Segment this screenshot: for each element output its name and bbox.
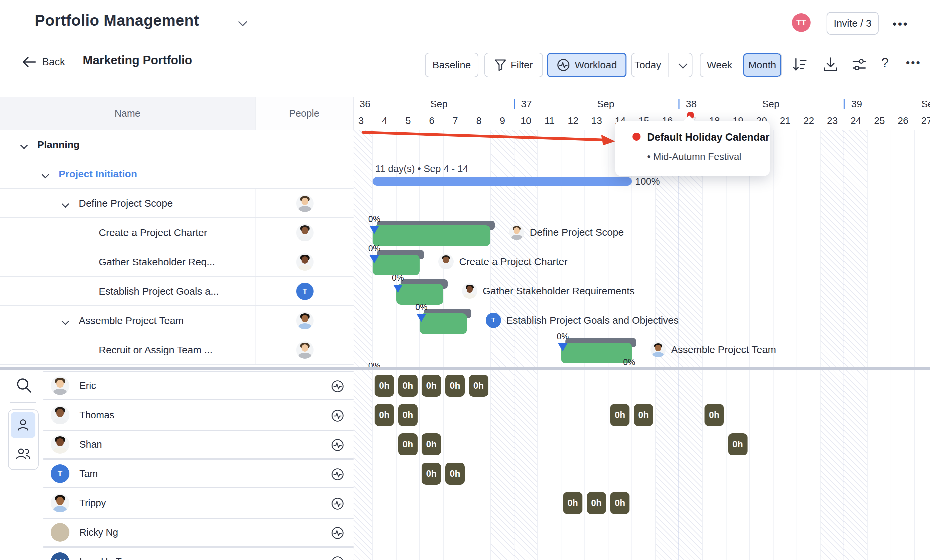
hours-chip[interactable]: 0h bbox=[398, 375, 418, 397]
page-title[interactable]: Portfolio Management bbox=[35, 11, 199, 29]
filter-button[interactable]: Filter bbox=[484, 53, 543, 77]
progress-marker-icon bbox=[393, 285, 403, 293]
today-label: Today bbox=[632, 59, 664, 71]
day-gridline bbox=[796, 130, 797, 368]
workload-person-row[interactable]: Ricky Ng bbox=[43, 518, 354, 547]
task-bar[interactable] bbox=[373, 226, 490, 246]
hours-chip[interactable]: 0h bbox=[587, 492, 606, 514]
task-bar[interactable] bbox=[396, 284, 443, 305]
more-menu-button[interactable]: ••• bbox=[893, 17, 908, 30]
activity-icon[interactable] bbox=[331, 556, 344, 560]
week-separator bbox=[679, 99, 679, 109]
workload-person-row[interactable]: LHLam Ha Tuan bbox=[43, 547, 354, 560]
baseline-button[interactable]: Baseline bbox=[425, 53, 478, 77]
back-label: Back bbox=[42, 56, 65, 68]
day-gridline bbox=[419, 370, 420, 560]
person-name: Shan bbox=[79, 439, 102, 450]
download-icon[interactable] bbox=[822, 57, 839, 73]
table-row[interactable]: Gather Stakeholder Req... bbox=[0, 247, 354, 277]
hours-chip[interactable]: 0h bbox=[610, 492, 630, 514]
hours-chip[interactable]: 0h bbox=[610, 404, 630, 426]
hours-chip[interactable]: 0h bbox=[634, 404, 653, 426]
task-name: Recruit or Assign Team ... bbox=[99, 344, 212, 356]
workload-person-row[interactable]: TTam bbox=[43, 459, 354, 488]
table-row[interactable]: Recruit or Assign Team ... bbox=[0, 335, 354, 365]
clipped-progress-label: 0% bbox=[623, 357, 650, 367]
invite-button[interactable]: Invite / 3 bbox=[827, 12, 879, 35]
people-cell[interactable] bbox=[256, 189, 354, 218]
hours-chip[interactable]: 0h bbox=[374, 404, 394, 426]
row-chevron-icon[interactable] bbox=[62, 200, 69, 208]
table-row[interactable]: Establish Project Goals a...T bbox=[0, 277, 354, 306]
help-icon[interactable]: ? bbox=[881, 55, 888, 71]
hours-chip[interactable]: 0h bbox=[445, 375, 465, 397]
table-row[interactable]: Create a Project Charter bbox=[0, 218, 354, 247]
summary-bar[interactable] bbox=[373, 177, 632, 186]
hours-chip[interactable]: 0h bbox=[422, 433, 441, 455]
settings-sliders-icon[interactable] bbox=[851, 57, 867, 73]
tooltip-notch bbox=[683, 115, 695, 121]
hours-chip[interactable]: 0h bbox=[728, 433, 748, 455]
avatar[interactable]: TT bbox=[792, 13, 811, 32]
workload-person-row[interactable]: Trippy bbox=[43, 489, 354, 517]
people-cell[interactable] bbox=[256, 218, 354, 247]
hours-chip[interactable]: 0h bbox=[469, 375, 488, 397]
activity-icon[interactable] bbox=[331, 468, 344, 481]
day-label: 4 bbox=[373, 115, 397, 126]
filter-icon bbox=[495, 59, 506, 71]
week-toggle[interactable]: Week bbox=[701, 59, 739, 71]
bar-caption: Create a Project Charter bbox=[438, 254, 567, 269]
people-cell[interactable] bbox=[256, 335, 354, 365]
day-gridline bbox=[891, 130, 891, 368]
hours-chip[interactable]: 0h bbox=[422, 463, 441, 485]
workload-person-row[interactable]: Thomas bbox=[43, 400, 354, 429]
summary-bar-label: 11 day(s) • Sep 4 - 14 bbox=[375, 163, 468, 174]
activity-icon[interactable] bbox=[331, 438, 344, 452]
hours-chip[interactable]: 0h bbox=[422, 375, 441, 397]
people-cell[interactable] bbox=[256, 247, 354, 277]
people-cell[interactable]: T bbox=[256, 277, 354, 306]
activity-icon[interactable] bbox=[331, 526, 344, 540]
task-bar[interactable] bbox=[561, 343, 632, 363]
task-bar[interactable] bbox=[420, 313, 467, 334]
today-button[interactable]: Today bbox=[631, 53, 693, 77]
people-cell[interactable] bbox=[256, 306, 354, 335]
workload-person-row[interactable]: Eric bbox=[43, 371, 354, 400]
table-row[interactable]: Planning bbox=[0, 130, 354, 160]
workload-button[interactable]: Workload bbox=[547, 53, 627, 77]
activity-icon[interactable] bbox=[331, 380, 344, 393]
task-bar[interactable] bbox=[373, 255, 420, 275]
day-gridline bbox=[372, 370, 373, 560]
sort-icon[interactable] bbox=[791, 57, 807, 73]
weekend-hatch bbox=[514, 370, 538, 560]
workload-person-row[interactable]: Shan bbox=[43, 430, 354, 459]
name-column-header[interactable]: Name bbox=[0, 97, 256, 130]
row-chevron-icon[interactable] bbox=[42, 171, 49, 179]
table-row[interactable]: Assemble Project Team bbox=[0, 306, 354, 335]
month-toggle[interactable]: Month bbox=[743, 53, 781, 77]
hours-chip[interactable]: 0h bbox=[445, 463, 465, 485]
back-button[interactable]: Back bbox=[22, 56, 65, 68]
day-gridline bbox=[561, 370, 561, 560]
hours-chip[interactable]: 0h bbox=[398, 433, 418, 455]
weekend-hatch bbox=[354, 370, 373, 560]
day-label: 8 bbox=[467, 115, 491, 126]
activity-icon[interactable] bbox=[331, 497, 344, 510]
hours-chip[interactable]: 0h bbox=[398, 404, 418, 426]
toolbar-more-icon[interactable]: ••• bbox=[906, 57, 921, 69]
today-dropdown[interactable] bbox=[674, 63, 692, 68]
activity-icon[interactable] bbox=[331, 409, 344, 422]
row-chevron-icon[interactable] bbox=[20, 142, 28, 149]
table-row[interactable]: Define Project Scope bbox=[0, 189, 354, 218]
hours-chip[interactable]: 0h bbox=[705, 404, 724, 426]
hours-chip[interactable]: 0h bbox=[374, 375, 394, 397]
panel-divider[interactable] bbox=[0, 367, 930, 370]
day-gridline bbox=[867, 370, 868, 560]
hours-chip[interactable]: 0h bbox=[563, 492, 582, 514]
row-chevron-icon[interactable] bbox=[62, 318, 69, 325]
week-month-label: Sep bbox=[430, 99, 448, 110]
chevron-down-icon[interactable] bbox=[238, 17, 247, 26]
day-gridline bbox=[631, 370, 632, 560]
people-column-header[interactable]: People bbox=[256, 97, 354, 130]
table-row[interactable]: Project Initiation bbox=[0, 160, 354, 189]
